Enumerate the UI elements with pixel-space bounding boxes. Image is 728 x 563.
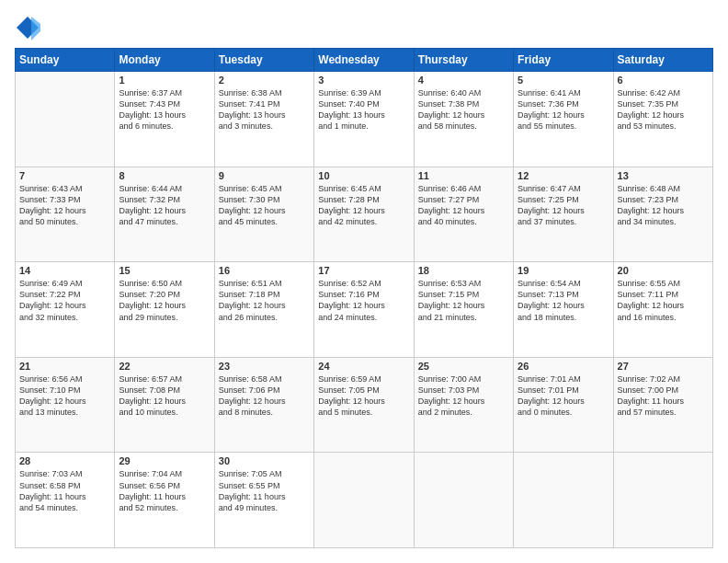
calendar-cell: 9Sunrise: 6:45 AM Sunset: 7:30 PM Daylig… — [214, 167, 313, 262]
calendar-cell: 26Sunrise: 7:01 AM Sunset: 7:01 PM Dayli… — [514, 357, 613, 453]
calendar-cell: 15Sunrise: 6:50 AM Sunset: 7:20 PM Dayli… — [115, 262, 214, 358]
calendar-header-row: SundayMondayTuesdayWednesdayThursdayFrid… — [16, 49, 713, 72]
calendar-cell: 7Sunrise: 6:43 AM Sunset: 7:33 PM Daylig… — [16, 167, 115, 262]
calendar-cell — [514, 453, 613, 548]
day-number: 21 — [19, 361, 110, 372]
day-number: 22 — [119, 361, 210, 372]
day-info: Sunrise: 6:37 AM Sunset: 7:43 PM Dayligh… — [119, 87, 210, 132]
calendar-cell: 18Sunrise: 6:53 AM Sunset: 7:15 PM Dayli… — [414, 262, 513, 358]
day-info: Sunrise: 6:46 AM Sunset: 7:27 PM Dayligh… — [418, 183, 509, 228]
weekday-header: Monday — [115, 49, 214, 72]
day-number: 23 — [219, 361, 310, 372]
day-number: 28 — [19, 455, 110, 466]
day-info: Sunrise: 6:49 AM Sunset: 7:22 PM Dayligh… — [19, 278, 110, 323]
day-number: 7 — [19, 170, 110, 181]
day-number: 29 — [119, 455, 210, 466]
day-number: 6 — [618, 75, 709, 86]
weekday-header: Wednesday — [314, 49, 414, 72]
calendar-cell — [16, 72, 115, 167]
svg-marker-1 — [31, 17, 40, 40]
day-info: Sunrise: 6:51 AM Sunset: 7:18 PM Dayligh… — [219, 278, 310, 323]
day-number: 8 — [119, 170, 210, 181]
calendar-week-row: 1Sunrise: 6:37 AM Sunset: 7:43 PM Daylig… — [16, 72, 713, 167]
calendar-cell: 24Sunrise: 6:59 AM Sunset: 7:05 PM Dayli… — [314, 357, 414, 453]
page: SundayMondayTuesdayWednesdayThursdayFrid… — [0, 0, 728, 563]
day-info: Sunrise: 6:54 AM Sunset: 7:13 PM Dayligh… — [518, 278, 609, 323]
day-number: 17 — [318, 265, 409, 276]
calendar-cell: 23Sunrise: 6:58 AM Sunset: 7:06 PM Dayli… — [214, 357, 313, 453]
calendar-cell: 20Sunrise: 6:55 AM Sunset: 7:11 PM Dayli… — [613, 262, 712, 358]
day-number: 15 — [119, 265, 210, 276]
calendar-cell: 22Sunrise: 6:57 AM Sunset: 7:08 PM Dayli… — [115, 357, 214, 453]
day-number: 3 — [318, 75, 409, 86]
day-info: Sunrise: 6:44 AM Sunset: 7:32 PM Dayligh… — [119, 183, 210, 228]
calendar-cell: 29Sunrise: 7:04 AM Sunset: 6:56 PM Dayli… — [115, 453, 214, 548]
calendar-cell: 19Sunrise: 6:54 AM Sunset: 7:13 PM Dayli… — [514, 262, 613, 358]
day-info: Sunrise: 6:48 AM Sunset: 7:23 PM Dayligh… — [618, 183, 709, 228]
day-info: Sunrise: 6:43 AM Sunset: 7:33 PM Dayligh… — [19, 183, 110, 228]
calendar-week-row: 28Sunrise: 7:03 AM Sunset: 6:58 PM Dayli… — [16, 453, 713, 548]
day-info: Sunrise: 7:01 AM Sunset: 7:01 PM Dayligh… — [518, 373, 609, 419]
weekday-header: Tuesday — [214, 49, 313, 72]
day-number: 18 — [418, 265, 509, 276]
calendar-cell — [613, 453, 712, 548]
calendar-table: SundayMondayTuesdayWednesdayThursdayFrid… — [15, 48, 713, 548]
day-number: 26 — [518, 361, 609, 372]
calendar-cell: 30Sunrise: 7:05 AM Sunset: 6:55 PM Dayli… — [214, 453, 313, 548]
day-number: 11 — [418, 170, 509, 181]
calendar-cell: 3Sunrise: 6:39 AM Sunset: 7:40 PM Daylig… — [314, 72, 414, 167]
calendar-cell: 25Sunrise: 7:00 AM Sunset: 7:03 PM Dayli… — [414, 357, 513, 453]
day-number: 1 — [119, 75, 210, 86]
logo-icon — [15, 15, 40, 40]
calendar-week-row: 21Sunrise: 6:56 AM Sunset: 7:10 PM Dayli… — [16, 357, 713, 453]
calendar-cell: 14Sunrise: 6:49 AM Sunset: 7:22 PM Dayli… — [16, 262, 115, 358]
calendar-cell: 17Sunrise: 6:52 AM Sunset: 7:16 PM Dayli… — [314, 262, 414, 358]
day-info: Sunrise: 6:41 AM Sunset: 7:36 PM Dayligh… — [518, 87, 609, 132]
day-info: Sunrise: 7:03 AM Sunset: 6:58 PM Dayligh… — [19, 468, 110, 513]
day-info: Sunrise: 7:05 AM Sunset: 6:55 PM Dayligh… — [219, 468, 310, 513]
day-info: Sunrise: 6:50 AM Sunset: 7:20 PM Dayligh… — [119, 278, 210, 323]
day-number: 19 — [518, 265, 609, 276]
day-number: 13 — [618, 170, 709, 181]
calendar-cell — [414, 453, 513, 548]
calendar-cell: 28Sunrise: 7:03 AM Sunset: 6:58 PM Dayli… — [16, 453, 115, 548]
day-number: 4 — [418, 75, 509, 86]
day-info: Sunrise: 6:38 AM Sunset: 7:41 PM Dayligh… — [219, 87, 310, 132]
day-number: 5 — [518, 75, 609, 86]
day-number: 20 — [618, 265, 709, 276]
day-number: 2 — [219, 75, 310, 86]
day-info: Sunrise: 6:57 AM Sunset: 7:08 PM Dayligh… — [119, 373, 210, 419]
calendar-cell: 6Sunrise: 6:42 AM Sunset: 7:35 PM Daylig… — [613, 72, 712, 167]
day-number: 12 — [518, 170, 609, 181]
day-info: Sunrise: 7:00 AM Sunset: 7:03 PM Dayligh… — [418, 373, 509, 419]
day-info: Sunrise: 6:47 AM Sunset: 7:25 PM Dayligh… — [518, 183, 609, 228]
day-info: Sunrise: 6:40 AM Sunset: 7:38 PM Dayligh… — [418, 87, 509, 132]
calendar-cell: 5Sunrise: 6:41 AM Sunset: 7:36 PM Daylig… — [514, 72, 613, 167]
day-number: 14 — [19, 265, 110, 276]
calendar-cell: 4Sunrise: 6:40 AM Sunset: 7:38 PM Daylig… — [414, 72, 513, 167]
day-info: Sunrise: 6:53 AM Sunset: 7:15 PM Dayligh… — [418, 278, 509, 323]
calendar-cell — [314, 453, 414, 548]
day-number: 9 — [219, 170, 310, 181]
calendar-cell: 8Sunrise: 6:44 AM Sunset: 7:32 PM Daylig… — [115, 167, 214, 262]
calendar-cell: 11Sunrise: 6:46 AM Sunset: 7:27 PM Dayli… — [414, 167, 513, 262]
day-info: Sunrise: 6:58 AM Sunset: 7:06 PM Dayligh… — [219, 373, 310, 419]
day-info: Sunrise: 6:42 AM Sunset: 7:35 PM Dayligh… — [618, 87, 709, 132]
weekday-header: Sunday — [16, 49, 115, 72]
calendar-cell: 13Sunrise: 6:48 AM Sunset: 7:23 PM Dayli… — [613, 167, 712, 262]
day-number: 10 — [318, 170, 409, 181]
calendar-cell: 1Sunrise: 6:37 AM Sunset: 7:43 PM Daylig… — [115, 72, 214, 167]
day-number: 25 — [418, 361, 509, 372]
calendar-cell: 12Sunrise: 6:47 AM Sunset: 7:25 PM Dayli… — [514, 167, 613, 262]
day-info: Sunrise: 6:52 AM Sunset: 7:16 PM Dayligh… — [318, 278, 409, 323]
header — [15, 15, 713, 40]
day-info: Sunrise: 7:02 AM Sunset: 7:00 PM Dayligh… — [618, 373, 709, 419]
day-info: Sunrise: 6:39 AM Sunset: 7:40 PM Dayligh… — [318, 87, 409, 132]
day-info: Sunrise: 6:55 AM Sunset: 7:11 PM Dayligh… — [618, 278, 709, 323]
day-number: 30 — [219, 455, 310, 466]
day-info: Sunrise: 6:45 AM Sunset: 7:30 PM Dayligh… — [219, 183, 310, 228]
day-info: Sunrise: 6:45 AM Sunset: 7:28 PM Dayligh… — [318, 183, 409, 228]
day-info: Sunrise: 6:56 AM Sunset: 7:10 PM Dayligh… — [19, 373, 110, 419]
calendar-cell: 16Sunrise: 6:51 AM Sunset: 7:18 PM Dayli… — [214, 262, 313, 358]
weekday-header: Friday — [514, 49, 613, 72]
